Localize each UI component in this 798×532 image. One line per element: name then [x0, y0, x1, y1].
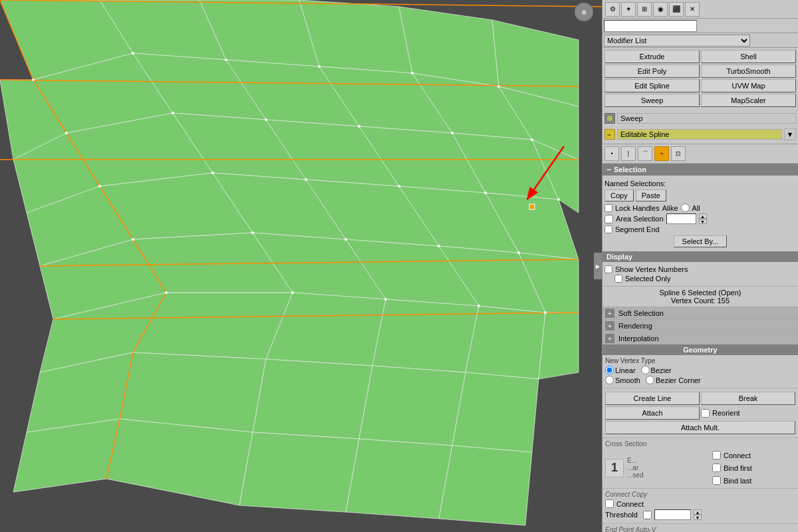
editable-spline-stack-item[interactable]: ~ Editable Spline ▼: [604, 127, 796, 142]
reorient-checkbox[interactable]: [701, 409, 710, 418]
rendering-plus: +: [605, 321, 614, 331]
svg-point-84: [606, 115, 613, 122]
subobj-icon-5[interactable]: ⊡: [671, 146, 686, 161]
area-down-arrow[interactable]: ▼: [699, 219, 707, 224]
interpolation-expand[interactable]: + Interpolation: [602, 332, 798, 344]
mapscaler-button[interactable]: MapScaler: [701, 94, 796, 107]
reorient-label: Reorient: [712, 409, 740, 417]
soft-selection-label: Soft Selection: [618, 309, 664, 317]
svg-marker-46: [239, 432, 359, 512]
smooth-radio-label[interactable]: Smooth: [605, 376, 640, 384]
selection-panel: Named Selections: Copy Paste Lock Handle…: [602, 176, 798, 251]
object-name-input[interactable]: Shape001: [604, 20, 697, 32]
svg-point-74: [384, 298, 387, 301]
modifier-list-select[interactable]: Modifier List: [604, 35, 750, 47]
top-toolbar: ⚙ ✦ ⊞ ◉ ⬛ ✕: [602, 0, 798, 19]
lock-handles-label: Lock Handles: [615, 204, 660, 212]
bezier-radio-label[interactable]: Bezier: [641, 366, 672, 374]
named-selections-row: Named Selections:: [604, 180, 796, 188]
threshold-spinner-1[interactable]: ▲ ▼: [694, 509, 702, 520]
sweep-stack-item[interactable]: Sweep: [604, 111, 796, 126]
threshold-check-1[interactable]: [643, 511, 652, 519]
lock-handles-checkbox[interactable]: [604, 204, 612, 212]
connect-copy-threshold-row: Threshold 0.0mm ▲ ▼: [605, 509, 795, 520]
display-header[interactable]: Display: [602, 251, 798, 262]
svg-point-64: [398, 185, 400, 188]
bezier-radio[interactable]: [641, 366, 650, 374]
smooth-radio[interactable]: [605, 376, 614, 384]
area-selection-checkbox[interactable]: [604, 215, 613, 223]
geometry-panel: Geometry New Vertex Type Linear Bezier S…: [602, 344, 798, 532]
create-line-button[interactable]: Create Line: [605, 392, 700, 405]
svg-point-56: [172, 112, 174, 114]
editable-spline-icon[interactable]: ~: [604, 129, 615, 140]
3d-viewport[interactable]: ⊕: [0, 0, 602, 532]
selection-paste-button[interactable]: Paste: [636, 190, 666, 201]
svg-point-58: [358, 125, 360, 128]
show-vertex-checkbox[interactable]: [604, 265, 612, 273]
sweep-icon[interactable]: [604, 113, 615, 124]
bezier-corner-radio[interactable]: [646, 376, 654, 384]
sweep-button[interactable]: Sweep: [604, 94, 700, 107]
svg-point-66: [557, 198, 560, 201]
svg-point-63: [305, 178, 307, 181]
soft-selection-expand[interactable]: + Soft Selection: [602, 307, 798, 319]
linear-radio[interactable]: [605, 366, 614, 374]
star-icon[interactable]: ✦: [621, 2, 636, 17]
connect-copy-connect-check[interactable]: [605, 499, 614, 508]
all-radio[interactable]: [681, 203, 690, 212]
show-vertex-label: Show Vertex Numbers: [615, 265, 688, 273]
uvw-map-button[interactable]: UVW Map: [701, 79, 796, 92]
svg-marker-41: [253, 359, 372, 439]
bind-first-check[interactable]: [712, 464, 721, 472]
reorient-row: Reorient: [701, 408, 795, 418]
new-vertex-type-title: New Vertex Type: [605, 357, 795, 364]
connect-copy-connect-label: Connect: [616, 500, 644, 508]
attach-mult-button[interactable]: Attach Mult.: [605, 421, 795, 434]
grid-icon[interactable]: ⊞: [637, 2, 652, 17]
rendering-expand[interactable]: + Rendering: [602, 319, 798, 332]
shell-button[interactable]: Shell: [701, 50, 796, 63]
extrude-button[interactable]: Extrude: [604, 50, 700, 63]
sweep-label: Sweep: [617, 113, 796, 124]
display-icon[interactable]: ⬛: [669, 2, 684, 17]
break-button[interactable]: Break: [701, 392, 795, 405]
vertex-type-row2: Smooth Bezier Corner: [605, 376, 795, 384]
selection-copy-button[interactable]: Copy: [604, 190, 634, 201]
gear-icon[interactable]: ⚙: [605, 2, 620, 17]
attach-button[interactable]: Attach: [605, 406, 700, 420]
stack-expand-arrow[interactable]: ▼: [784, 128, 796, 140]
area-selection-spinner[interactable]: ▲ ▼: [699, 213, 707, 224]
all-label: All: [692, 204, 700, 212]
threshold-dn-1[interactable]: ▼: [694, 515, 702, 520]
selection-header[interactable]: − Selection: [602, 164, 798, 176]
svg-point-49: [32, 78, 35, 81]
attach-row: Attach Reorient: [605, 406, 795, 420]
subobj-icon-1[interactable]: •: [604, 146, 619, 161]
bezier-corner-radio-label[interactable]: Bezier Corner: [646, 376, 701, 384]
linear-radio-label[interactable]: Linear: [605, 366, 636, 374]
area-selection-row: Area Selection 0.1mm ▲ ▼: [604, 213, 796, 224]
svg-point-50: [132, 52, 134, 55]
selected-only-checkbox[interactable]: [614, 275, 622, 283]
circle-icon[interactable]: ◉: [653, 2, 668, 17]
subobj-icon-3[interactable]: ⌒: [638, 146, 652, 161]
threshold-up-1[interactable]: ▲: [694, 509, 702, 515]
area-selection-input[interactable]: 0.1mm: [666, 213, 696, 224]
connect-check[interactable]: [712, 451, 721, 460]
subobj-icon-2[interactable]: |: [621, 146, 636, 161]
viewport-collapse-arrow[interactable]: ►: [594, 253, 602, 279]
area-up-arrow[interactable]: ▲: [699, 213, 707, 219]
select-by-button[interactable]: Select By...: [674, 235, 727, 247]
named-selections-label: Named Selections:: [604, 180, 666, 188]
edit-poly-button[interactable]: Edit Poly: [604, 65, 700, 78]
bind-last-check[interactable]: [712, 476, 721, 485]
utility-icon[interactable]: ✕: [685, 2, 700, 17]
threshold-input-1[interactable]: 0.0mm: [654, 509, 691, 520]
subobj-icon-4[interactable]: ~: [654, 146, 669, 161]
turbosmooth-button[interactable]: TurboSmooth: [701, 65, 796, 78]
segment-end-checkbox[interactable]: [604, 225, 612, 233]
svg-point-52: [318, 65, 321, 68]
svg-point-61: [98, 185, 101, 188]
edit-spline-button[interactable]: Edit Spline: [604, 79, 700, 92]
